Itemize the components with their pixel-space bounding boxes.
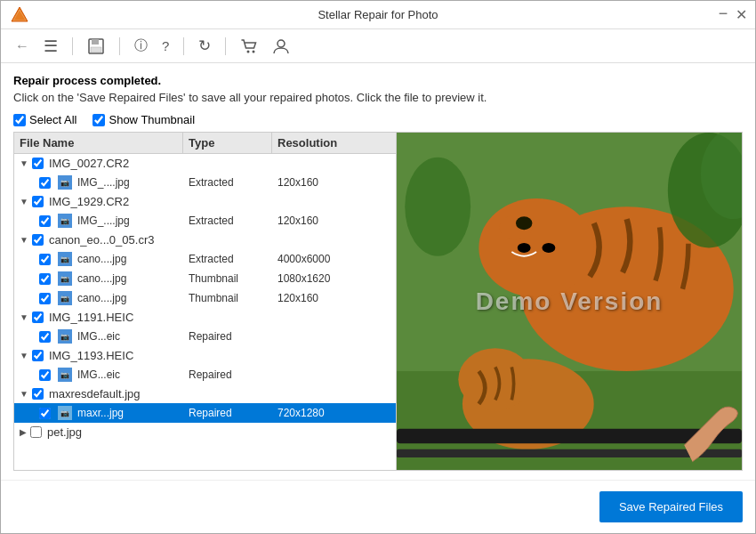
cart-icon [240,37,258,55]
file-name: maxr...jpg [77,407,124,419]
select-all-text: Select All [29,113,76,126]
file-checkbox[interactable] [39,177,51,189]
file-checkbox[interactable] [39,254,51,265]
group-checkbox[interactable] [32,388,44,400]
file-list-panel: File Name Type Resolution ▼ IMG_0027.CR2 [14,133,397,470]
group-name: IMG_1929.CR2 [49,195,129,208]
back-button[interactable]: ← [12,36,33,56]
show-thumbnail-label[interactable]: Show Thumbnail [92,113,195,126]
svg-point-17 [458,348,532,410]
chevron-icon: ▼ [20,235,28,245]
app-window: Stellar Repair for Photo − ✕ ← ☰ ⓘ ? ↻ [0,0,756,534]
chevron-icon: ▼ [20,389,28,399]
cart-button[interactable] [237,36,261,57]
close-button[interactable]: ✕ [736,10,746,20]
svg-point-22 [405,158,470,256]
save-toolbar-icon [87,37,105,55]
help-button[interactable]: ? [158,36,173,55]
file-thumb-icon: 📷 [58,175,72,190]
group-row[interactable]: ▼ maxresdefault.jpg [14,384,396,403]
group-row[interactable]: ▼ IMG_1191.HEIC [14,308,396,327]
file-checkbox[interactable] [39,215,51,227]
svg-point-6 [253,50,255,53]
file-checkbox[interactable] [39,369,51,381]
content-area: Repair process completed. Click on the '… [1,63,755,480]
select-all-checkbox[interactable] [13,114,26,126]
file-resolution: 720x1280 [272,404,396,422]
separator-3 [183,37,184,55]
group-checkbox[interactable] [32,234,44,246]
svg-point-5 [247,50,250,53]
file-thumb-icon: 📷 [58,368,72,382]
file-list-body[interactable]: ▼ IMG_0027.CR2 📷 IMG_....jpg Extracted 1… [14,154,396,470]
file-type: Extracted [183,174,272,191]
svg-point-11 [479,198,593,297]
file-resolution: 4000x6000 [272,250,396,268]
file-resolution [272,372,396,377]
separator-4 [225,37,226,55]
file-name: cano....jpg [77,272,126,285]
toolbar: ← ☰ ⓘ ? ↻ [1,29,755,63]
group-name: IMG_1193.HEIC [49,349,133,362]
file-resolution: 1080x1620 [272,270,396,287]
file-row[interactable]: 📷 cano....jpg Extracted 4000x6000 [14,249,396,269]
file-list-header: File Name Type Resolution [14,133,396,154]
group-name: canon_eo...0_05.cr3 [49,233,155,247]
file-type: Extracted [183,212,272,230]
preview-panel: Demo Version [397,133,742,470]
svg-rect-3 [92,39,99,44]
file-row-selected[interactable]: 📷 maxr...jpg Repaired 720x1280 [14,403,396,423]
svg-point-7 [277,40,285,47]
svg-point-13 [516,216,532,230]
group-row[interactable]: ▶ pet.jpg [14,423,396,441]
file-row[interactable]: 📷 cano....jpg Thumbnail 1080x1620 [14,269,396,288]
file-row[interactable]: 📷 IMG_....jpg Extracted 120x160 [14,173,396,192]
file-checkbox[interactable] [39,293,51,304]
chevron-icon: ▼ [20,197,28,206]
select-all-label[interactable]: Select All [13,113,76,126]
file-name: IMG_....jpg [77,214,130,227]
menu-button[interactable]: ☰ [40,35,61,58]
file-thumb-icon: 📷 [58,252,72,266]
file-name: IMG...eic [77,330,120,343]
group-checkbox[interactable] [32,158,44,169]
user-button[interactable] [269,36,294,57]
file-type: Thumbnail [183,289,272,307]
file-type: Repaired [183,328,272,345]
group-row[interactable]: ▼ IMG_0027.CR2 [14,154,396,173]
file-type: Repaired [183,404,272,422]
group-checkbox[interactable] [32,350,44,361]
save-repaired-files-button[interactable]: Save Repaired Files [599,491,743,522]
save-icon[interactable] [84,36,109,57]
status-main: Repair process completed. [13,74,743,87]
file-row[interactable]: 📷 cano....jpg Thumbnail 120x160 [14,288,396,308]
group-row[interactable]: ▼ IMG_1193.HEIC [14,346,396,365]
file-thumb-icon: 📷 [58,291,72,305]
file-resolution [272,334,396,339]
file-thumb-icon: 📷 [58,271,72,286]
file-checkbox[interactable] [39,408,51,419]
group-row[interactable]: ▼ IMG_1929.CR2 [14,192,396,211]
file-type: Thumbnail [183,270,272,287]
header-type: Type [183,133,272,153]
info-button[interactable]: ⓘ [131,36,151,56]
svg-point-14 [518,243,531,253]
file-row[interactable]: 📷 IMG_....jpg Extracted 120x160 [14,211,396,231]
group-checkbox[interactable] [32,196,44,207]
file-row[interactable]: 📷 IMG...eic Repaired [14,327,396,346]
minimize-button[interactable]: − [718,8,728,19]
show-thumbnail-checkbox[interactable] [92,114,105,126]
file-resolution: 120x160 [272,212,396,230]
app-icon [10,5,29,25]
file-checkbox[interactable] [39,331,51,343]
file-row[interactable]: 📷 IMG...eic Repaired [14,365,396,384]
group-row[interactable]: ▼ canon_eo...0_05.cr3 [14,231,396,249]
file-type: Extracted [183,250,272,268]
file-checkbox[interactable] [39,273,51,285]
file-name: cano....jpg [77,253,126,265]
file-resolution: 120x160 [272,289,396,307]
refresh-button[interactable]: ↻ [195,35,214,57]
group-checkbox[interactable] [32,312,44,323]
file-resolution: 120x160 [272,174,396,191]
group-checkbox[interactable] [30,426,42,438]
